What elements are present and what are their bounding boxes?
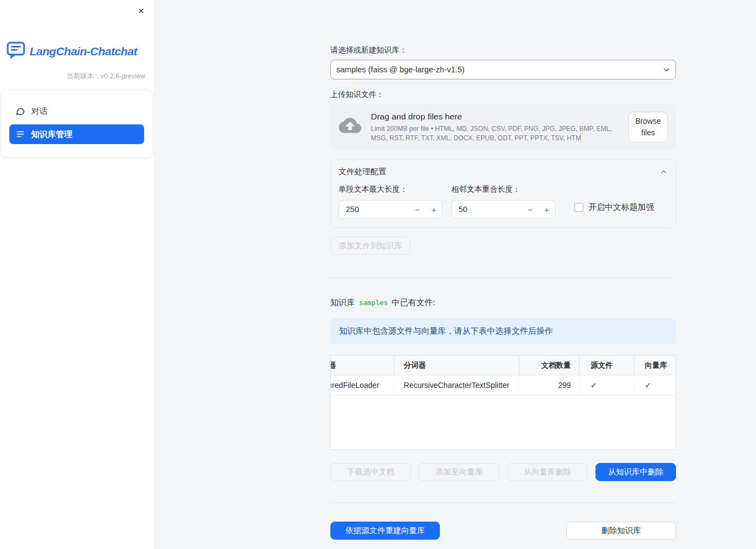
cell-doc-count: 299	[519, 375, 580, 395]
kb-select-value: samples (faiss @ bge-large-zh-v1.5)	[336, 65, 465, 74]
delete-kb-button[interactable]: 删除知识库	[566, 522, 676, 540]
upload-limit-text: Limit 200MB per file • HTML, MD, JSON, C…	[371, 124, 623, 142]
file-action-buttons: 下载选中文档 添加至向量库 从向量库删除 从知识库中删除	[330, 463, 676, 481]
kb-select[interactable]: samples (faiss @ bge-large-zh-v1.5)	[330, 60, 676, 79]
increment-button[interactable]: +	[426, 201, 442, 218]
column-header-source-file[interactable]: 源文件	[580, 356, 634, 375]
rebuild-vector-store-button[interactable]: 依据源文件重建向量库	[330, 522, 440, 540]
sidebar-menu: 对话 知识库管理	[1, 90, 152, 157]
cloud-upload-icon	[339, 118, 362, 137]
spacer-column	[448, 522, 558, 540]
info-alert: 知识库中包含源文件与向量库，请从下表中选择文件后操作	[330, 318, 676, 344]
overlap-length-label: 相邻文本重合长度：	[451, 185, 555, 195]
logo-text: LangChain-Chatchat	[30, 45, 137, 58]
sidebar-item-label: 知识库管理	[31, 129, 72, 140]
decrement-button[interactable]: −	[409, 201, 426, 218]
close-sidebar-button[interactable]: ×	[136, 3, 146, 18]
file-config-expander: 文件处理配置 单段文本最大长度： 250 − + 相邻文	[330, 159, 676, 228]
list-icon	[15, 129, 25, 139]
overlap-length-input[interactable]: 50 − +	[451, 200, 555, 219]
kb-select-label: 请选择或新建知识库：	[330, 45, 676, 55]
increment-button[interactable]: +	[539, 201, 555, 218]
column-header-splitter[interactable]: 分词器	[394, 356, 519, 375]
column-header-vector-store[interactable]: 向量库	[634, 356, 676, 375]
chevron-down-icon	[662, 65, 671, 75]
kb-name-code: samples	[357, 299, 390, 307]
file-uploader-dropzone[interactable]: Drag and drop files here Limit 200MB per…	[330, 104, 676, 150]
kb-files-suffix: 中已有文件:	[390, 298, 435, 307]
column-header-loader[interactable]: 文档加载器	[330, 356, 394, 375]
cell-loader: UnstructuredFileLoader	[330, 375, 394, 395]
divider	[330, 278, 676, 278]
sidebar-item-label: 对话	[31, 106, 48, 117]
sidebar-item-kb-management[interactable]: 知识库管理	[9, 124, 144, 144]
chinese-title-checkbox[interactable]	[574, 203, 583, 212]
kb-management-buttons: 依据源文件重建向量库 删除知识库	[330, 522, 676, 549]
upload-label: 上传知识文件：	[330, 90, 676, 100]
column-header-doc-count[interactable]: 文档数量	[519, 356, 580, 375]
cell-vector-store-check: ✓	[634, 375, 676, 395]
max-length-value: 250	[339, 205, 409, 214]
kb-files-heading: 知识库 samples 中已有文件:	[330, 298, 676, 308]
app-logo: LangChain-Chatchat	[0, 42, 153, 61]
download-selected-button[interactable]: 下载选中文档	[330, 463, 411, 481]
browse-files-button[interactable]: Browse files	[628, 112, 668, 142]
main-content: 请选择或新建知识库： samples (faiss @ bge-large-zh…	[153, 0, 756, 549]
add-files-to-kb-button[interactable]: 添加文件到知识库	[330, 237, 410, 255]
version-label: 当前版本：v0.2.6-preview	[0, 72, 153, 81]
overlap-length-value: 50	[452, 205, 522, 214]
logo-chat-icon	[7, 42, 25, 61]
files-table[interactable]: 文档加载器 分词器 文档数量 源文件 向量库 UnstructuredFileL…	[330, 355, 676, 450]
kb-files-prefix: 知识库	[330, 298, 357, 307]
chinese-title-checkbox-label: 开启中文标题加强	[588, 202, 654, 213]
delete-from-vector-store-button[interactable]: 从向量库删除	[507, 463, 588, 481]
chevron-up-icon	[660, 168, 668, 176]
decrement-button[interactable]: −	[522, 201, 539, 218]
max-length-input[interactable]: 250 − +	[339, 200, 443, 219]
divider	[330, 502, 676, 503]
chat-bubble-icon	[15, 106, 25, 116]
table-header-row: 文档加载器 分词器 文档数量 源文件 向量库	[330, 356, 676, 375]
delete-from-kb-button[interactable]: 从知识库中删除	[595, 463, 676, 481]
max-length-label: 单段文本最大长度：	[339, 185, 443, 195]
table-row[interactable]: UnstructuredFileLoader RecursiveCharacte…	[330, 375, 676, 396]
expander-title: 文件处理配置	[339, 167, 386, 177]
add-to-vector-store-button[interactable]: 添加至向量库	[419, 463, 499, 481]
cell-source-file-check: ✓	[580, 375, 634, 395]
expander-header[interactable]: 文件处理配置	[331, 160, 675, 182]
sidebar-item-dialogue[interactable]: 对话	[9, 101, 144, 121]
uploader-text: Drag and drop files here Limit 200MB per…	[371, 112, 628, 142]
drag-drop-text: Drag and drop files here	[371, 112, 623, 122]
sidebar: × LangChain-Chatchat 当前版本：v0.2.6-preview…	[0, 0, 153, 549]
cell-splitter: RecursiveCharacterTextSplitter	[394, 375, 519, 395]
